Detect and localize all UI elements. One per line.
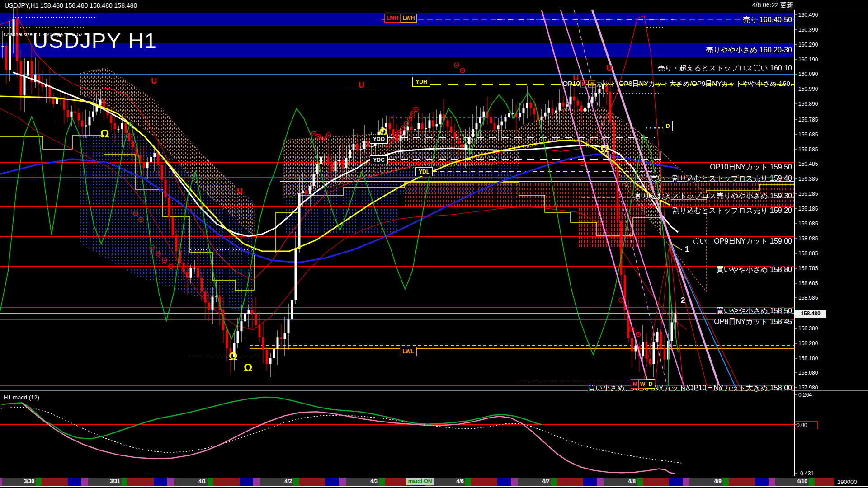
svg-text:Ω: Ω (600, 142, 609, 155)
timeline-segment (167, 478, 174, 486)
svg-text:U: U (606, 64, 612, 73)
date-label: 4/10 (780, 478, 807, 484)
timeline-segment (497, 478, 511, 486)
date-label: 3/30 (7, 478, 34, 484)
date-label: 4/1 (179, 478, 206, 484)
timeline-segment (122, 478, 127, 486)
channel-info-label: Channel size = 1149 Slope = -67.52 (4, 32, 83, 37)
svg-text:2: 2 (681, 296, 685, 305)
macd-on-button[interactable]: macd ON (406, 478, 434, 485)
date-label: 4/8 (609, 478, 636, 484)
timeline-segment (240, 478, 253, 486)
macd-indicator-label: H1 macd (12) (4, 394, 39, 401)
timeline-segment (253, 478, 260, 486)
timeline-segment (208, 478, 213, 486)
timeline-segment (213, 478, 240, 486)
timeline-segment (299, 478, 326, 486)
timeline-segment (379, 478, 385, 486)
timeline-segment (723, 478, 729, 486)
timeline-segment (339, 478, 346, 486)
timeline-segment (42, 478, 68, 486)
timeline-segment (36, 478, 42, 486)
volume-label: 190000 (837, 479, 857, 485)
timeline-segment (643, 478, 669, 486)
timeline-segment (815, 478, 834, 486)
date-label: 4/6 (437, 478, 464, 484)
timeline-segment (683, 478, 689, 486)
svg-text:U: U (151, 76, 157, 85)
current-price-box: 158.480 (795, 310, 826, 318)
timeline-segment (729, 478, 755, 486)
svg-text:Ω: Ω (229, 350, 237, 362)
timeline-segment (809, 478, 815, 486)
timeline-segment (127, 478, 154, 486)
date-label: 4/2 (265, 478, 292, 484)
timeline-segment (637, 478, 643, 486)
timeline-segment (551, 478, 557, 486)
date-label: 4/3 (351, 478, 378, 484)
timeline-segment (557, 478, 583, 486)
timeline-segment (511, 478, 518, 486)
svg-text:U: U (573, 73, 579, 82)
timeline-segment (669, 478, 683, 486)
timeline-segment (293, 478, 299, 486)
timeline-segment (471, 478, 497, 486)
update-timestamp: 4/8 06:22 更新 (752, 1, 793, 9)
mt4-window: USDJPY,H1 158.480 158.480 158.480 158.48… (0, 0, 868, 488)
svg-text:U: U (237, 187, 243, 196)
timeline-segment (68, 478, 81, 486)
date-label: 3/31 (93, 478, 120, 484)
timeline-segment (465, 478, 471, 486)
timeline-segment (326, 478, 339, 486)
timeline-segment (81, 478, 88, 486)
svg-text:Ω: Ω (379, 126, 387, 138)
svg-text:U: U (359, 80, 364, 89)
timeline-segment (769, 478, 775, 486)
macd-zero-box: 0.00 (795, 421, 818, 429)
timeline-segment (755, 478, 769, 486)
date-label: 4/7 (523, 478, 550, 484)
svg-text:1: 1 (685, 245, 689, 253)
date-label: 4/9 (694, 478, 722, 484)
symbol-ohlc-info: USDJPY,H1 158.480 158.480 158.480 158.48… (5, 2, 137, 9)
svg-text:Ω: Ω (100, 127, 109, 140)
timeline-segment (154, 478, 167, 486)
svg-text:Ω: Ω (244, 361, 252, 374)
timeline-segment (583, 478, 597, 486)
chart-canvas[interactable]: ΩΩΩΩΩUUUUU12 (0, 0, 868, 488)
timeline-segment (597, 478, 604, 486)
chart-titlebar: USDJPY,H1 158.480 158.480 158.480 158.48… (0, 0, 868, 10)
